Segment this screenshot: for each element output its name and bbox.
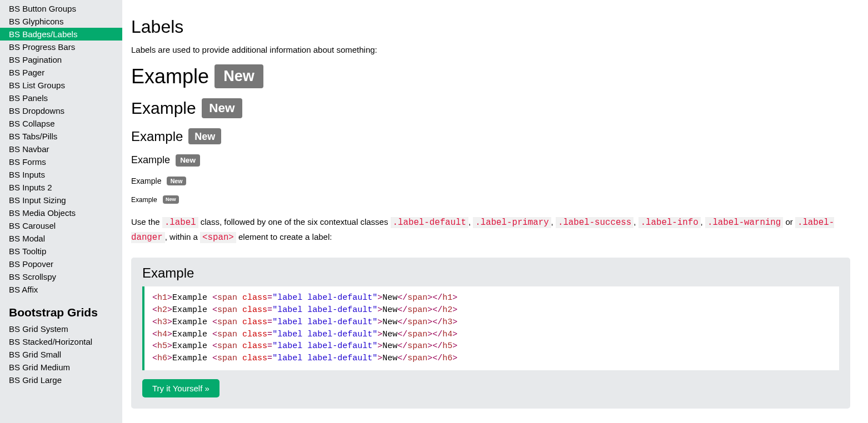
example-text: Example [131, 154, 170, 166]
code-example-box: Example <h1>Example <span class="label l… [131, 258, 850, 409]
sidebar-item[interactable]: BS Glyphicons [0, 15, 122, 28]
main-content: Labels Labels are used to provide additi… [122, 0, 868, 423]
text: , [633, 217, 638, 226]
label-badge: New [202, 98, 242, 118]
code-label-warning: .label-warning [705, 217, 783, 228]
example-text: Example [131, 196, 157, 204]
sidebar-heading: Bootstrap Grids [0, 296, 122, 323]
sidebar-item[interactable]: BS Forms [0, 155, 122, 168]
label-badge: New [167, 177, 186, 186]
sidebar-item[interactable]: BS List Groups [0, 79, 122, 92]
label-badge: New [163, 195, 179, 203]
example-text: Example [131, 177, 161, 185]
sidebar-item[interactable]: BS Stacked/Horizontal [0, 335, 122, 348]
sidebar-item[interactable]: BS Inputs [0, 168, 122, 181]
sidebar-item[interactable]: BS Panels [0, 92, 122, 104]
sidebar-item[interactable]: BS Tabs/Pills [0, 130, 122, 143]
sidebar-item[interactable]: BS Affix [0, 283, 122, 296]
example-h5: ExampleNew [131, 177, 850, 186]
sidebar-item[interactable]: BS Button Groups [0, 2, 122, 15]
sidebar-item[interactable]: BS Grid Large [0, 374, 122, 386]
label-badge: New [188, 128, 221, 144]
text: , [701, 217, 705, 226]
example-h6: ExampleNew [131, 195, 850, 203]
sidebar-item[interactable]: BS Collapse [0, 117, 122, 130]
example-h3: ExampleNew [131, 128, 850, 144]
sidebar-item[interactable]: BS Modal [0, 232, 122, 245]
sidebar-item[interactable]: BS Pagination [0, 53, 122, 66]
example-text: Example [131, 65, 209, 88]
sidebar-item[interactable]: BS Grid Small [0, 348, 122, 361]
sidebar-item[interactable]: BS Progress Bars [0, 41, 122, 53]
text: , within a [165, 232, 200, 241]
label-badge: New [214, 64, 263, 88]
text: Use the [131, 217, 162, 226]
sidebar-item[interactable]: BS Pager [0, 66, 122, 79]
code-label-default: .label-default [391, 217, 468, 228]
text: element to create a label: [236, 232, 332, 241]
sidebar-item[interactable]: BS Scrollspy [0, 270, 122, 283]
sidebar-item[interactable]: BS Dropdowns [0, 104, 122, 117]
section-title: Labels [131, 17, 850, 37]
sidebar-item[interactable]: BS Carousel [0, 219, 122, 232]
try-it-button[interactable]: Try it Yourself » [142, 379, 220, 397]
sidebar-item[interactable]: BS Navbar [0, 143, 122, 155]
sidebar-item[interactable]: BS Input Sizing [0, 194, 122, 207]
example-h4: ExampleNew [131, 154, 850, 167]
sidebar: BS Button GroupsBS GlyphiconsBS Badges/L… [0, 0, 122, 423]
code-span-tag: <span> [200, 232, 236, 243]
example-h1: ExampleNew [131, 64, 850, 88]
code-label-info: .label-info [638, 217, 701, 228]
example-text: Example [131, 129, 183, 144]
label-badge: New [176, 154, 200, 167]
sidebar-item[interactable]: BS Badges/Labels [0, 28, 122, 41]
sidebar-item[interactable]: BS Media Objects [0, 207, 122, 219]
text: class, followed by one of the six contex… [198, 217, 391, 226]
sidebar-item[interactable]: BS Tooltip [0, 245, 122, 258]
example-h2: ExampleNew [131, 98, 850, 118]
sidebar-item[interactable]: BS Inputs 2 [0, 181, 122, 194]
example-text: Example [131, 99, 196, 118]
text: , [551, 217, 556, 226]
text: or [783, 217, 795, 226]
code-label-primary: .label-primary [473, 217, 551, 228]
label-examples: ExampleNewExampleNewExampleNewExampleNew… [131, 64, 850, 204]
code-example-heading: Example [142, 265, 839, 281]
sidebar-item[interactable]: BS Grid Medium [0, 361, 122, 374]
code-label-success: .label-success [556, 217, 633, 228]
sidebar-item[interactable]: BS Popover [0, 258, 122, 270]
section-intro: Labels are used to provide additional in… [131, 45, 850, 54]
code-label: .label [162, 217, 198, 228]
explain-text: Use the .label class, followed by one of… [131, 215, 850, 246]
sidebar-item[interactable]: BS Grid System [0, 323, 122, 335]
code-block: <h1>Example <span class="label label-def… [142, 286, 839, 370]
